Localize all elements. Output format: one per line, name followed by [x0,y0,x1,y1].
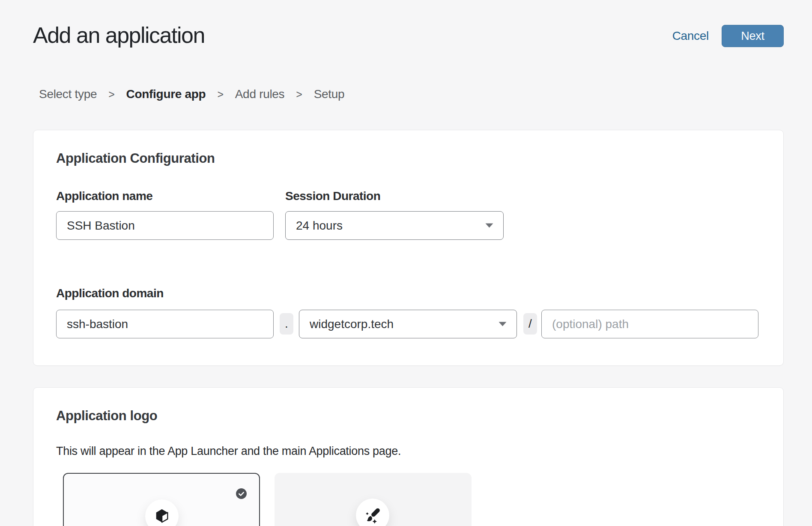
application-name-input[interactable] [56,211,274,240]
domain-value: widgetcorp.tech [310,317,394,331]
logo-preview-circle [145,499,179,526]
dot-separator-badge: . [280,313,293,335]
breadcrumb: Select type > Configure app > Add rules … [39,87,344,101]
cube-icon [154,508,170,524]
logo-card-description: This will appear in the App Launcher and… [56,445,401,458]
header-actions: Cancel Next [672,25,784,47]
config-card-heading: Application Configuration [56,151,215,166]
application-configuration-card: Application Configuration Application na… [33,130,784,366]
logo-card-heading: Application logo [56,408,157,424]
paintbrush-icon [363,505,382,525]
session-duration-label: Session Duration [285,189,380,203]
logo-option-custom-brush[interactable] [275,473,472,526]
page-title: Add an application [33,23,205,48]
breadcrumb-separator: > [217,88,223,101]
application-domain-label: Application domain [56,287,164,300]
cancel-button[interactable]: Cancel [672,29,709,43]
next-button[interactable]: Next [722,25,784,47]
path-input[interactable] [541,310,758,338]
application-name-label: Application name [56,189,152,203]
application-logo-card: Application logo This will appear in the… [33,387,784,526]
session-duration-select[interactable]: 24 hours [285,211,504,240]
step-select-type[interactable]: Select type [39,87,97,101]
chevron-down-icon [485,223,494,228]
logo-option-default-cube[interactable] [63,473,260,526]
session-duration-value: 24 hours [296,219,343,233]
chevron-down-icon [498,321,507,327]
step-setup[interactable]: Setup [314,87,345,101]
step-add-rules[interactable]: Add rules [235,87,285,101]
breadcrumb-separator: > [108,88,114,101]
slash-separator-badge: / [523,313,537,335]
logo-preview-circle [356,499,389,526]
subdomain-input[interactable] [56,310,274,338]
domain-select[interactable]: widgetcorp.tech [299,310,517,338]
step-configure-app[interactable]: Configure app [126,87,206,101]
check-circle-icon [236,488,247,499]
breadcrumb-separator: > [296,88,302,101]
